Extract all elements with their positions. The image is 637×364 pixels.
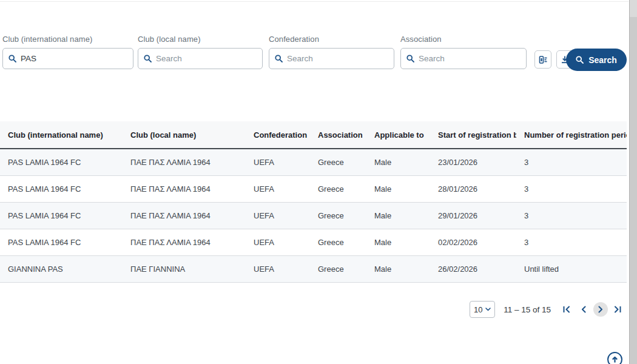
filter-label: Club (international name) <box>2 35 133 44</box>
col-club-international: Club (international name) <box>0 130 123 140</box>
cell-applicable-to: Male <box>366 184 430 194</box>
filter-association: Association <box>400 35 527 69</box>
top-divider <box>0 1 629 2</box>
cell-registration-periods: 3 <box>516 184 627 194</box>
scrollbar[interactable] <box>629 0 637 364</box>
back-to-top-button[interactable] <box>607 352 622 364</box>
first-page-icon <box>562 305 571 314</box>
confederation-search-box[interactable] <box>269 48 394 69</box>
arrow-up-icon <box>612 356 618 363</box>
cell-association: Greece <box>310 265 366 274</box>
filter-label: Confederation <box>269 35 394 44</box>
table-row[interactable]: PAS LAMIA 1964 FC ΠΑΕ ΠΑΣ ΛΑΜΙΑ 1964 UEF… <box>0 203 627 229</box>
club-international-search-box[interactable] <box>2 48 133 69</box>
col-confederation: Confederation <box>246 130 310 140</box>
cell-club-local: ΠΑΕ ΠΑΣ ΛΑΜΙΑ 1964 <box>123 211 246 220</box>
last-page-icon <box>613 305 622 314</box>
club-local-search-box[interactable] <box>138 48 263 69</box>
table-row[interactable]: PAS LAMIA 1964 FC ΠΑΕ ΠΑΣ ΛΑΜΙΑ 1964 UEF… <box>0 229 627 256</box>
cell-club-local: ΠΑΕ ΠΑΣ ΛΑΜΙΑ 1964 <box>123 238 246 247</box>
scrollbar-track-cap <box>630 0 637 17</box>
cell-ban-start: 02/02/2026 <box>430 238 516 247</box>
filter-club-local: Club (local name) <box>138 35 263 69</box>
search-icon <box>8 55 16 62</box>
search-icon <box>576 56 584 64</box>
cell-confederation: UEFA <box>246 211 310 220</box>
search-button-label: Search <box>588 55 617 65</box>
next-page-button[interactable] <box>593 302 608 317</box>
pager-controls <box>559 302 625 317</box>
cell-club-international: PAS LAMIA 1964 FC <box>0 211 123 220</box>
last-page-button[interactable] <box>610 302 625 317</box>
col-club-local: Club (local name) <box>123 130 246 140</box>
previous-page-button[interactable] <box>576 302 591 317</box>
cell-ban-start: 29/01/2026 <box>430 211 516 220</box>
chevron-left-icon <box>579 305 588 314</box>
results-table: Club (international name) Club (local na… <box>0 121 627 283</box>
page-size-value: 10 <box>474 305 482 314</box>
cell-applicable-to: Male <box>366 265 430 274</box>
column-preferences-icon <box>539 55 548 64</box>
table-row[interactable]: GIANNINA PAS ΠΑΕ ΓΙΑΝΝΙΝΑ UEFA Greece Ma… <box>0 256 627 283</box>
search-icon <box>275 55 283 62</box>
filter-label: Club (local name) <box>138 35 263 44</box>
cell-association: Greece <box>310 158 366 167</box>
col-association: Association <box>310 130 366 140</box>
club-international-input[interactable] <box>21 54 127 63</box>
cell-association: Greece <box>310 211 366 220</box>
table-header-row: Club (international name) Club (local na… <box>0 121 627 149</box>
cell-association: Greece <box>310 238 366 247</box>
filter-club-international: Club (international name) <box>2 35 133 69</box>
cell-club-international: PAS LAMIA 1964 FC <box>0 184 123 194</box>
table-row[interactable]: PAS LAMIA 1964 FC ΠΑΕ ΠΑΣ ΛΑΜΙΑ 1964 UEF… <box>0 149 627 176</box>
filter-confederation: Confederation <box>269 35 394 69</box>
page-size-select[interactable]: 10 <box>470 301 495 318</box>
col-applicable-to: Applicable to <box>366 130 430 140</box>
cell-applicable-to: Male <box>366 211 430 220</box>
cell-club-local: ΠΑΕ ΠΑΣ ΛΑΜΙΑ 1964 <box>123 158 246 167</box>
chevron-right-icon <box>596 305 605 314</box>
cell-club-international: PAS LAMIA 1964 FC <box>0 158 123 167</box>
cell-club-local: ΠΑΕ ΠΑΣ ΛΑΜΙΑ 1964 <box>123 184 246 194</box>
col-ban-start: Start of registration ban <box>430 130 516 140</box>
column-preferences-button[interactable] <box>534 50 551 69</box>
search-icon <box>406 55 414 62</box>
table-row[interactable]: PAS LAMIA 1964 FC ΠΑΕ ΠΑΣ ΛΑΜΙΑ 1964 UEF… <box>0 176 627 203</box>
cell-confederation: UEFA <box>246 238 310 247</box>
cell-association: Greece <box>310 184 366 194</box>
association-input[interactable] <box>419 54 521 63</box>
cell-club-international: GIANNINA PAS <box>0 265 123 274</box>
cell-registration-periods: Until lifted <box>516 265 627 274</box>
cell-registration-periods: 3 <box>516 238 627 247</box>
cell-ban-start: 26/02/2026 <box>430 265 516 274</box>
search-button[interactable]: Search <box>566 49 627 71</box>
cell-registration-periods: 3 <box>516 211 627 220</box>
cell-applicable-to: Male <box>366 158 430 167</box>
first-page-button[interactable] <box>559 302 574 317</box>
pagination: 10 11 – 15 of 15 <box>0 300 627 318</box>
chevron-down-icon <box>485 308 491 311</box>
confederation-input[interactable] <box>287 54 388 63</box>
cell-confederation: UEFA <box>246 265 310 274</box>
cell-applicable-to: Male <box>366 238 430 247</box>
cell-confederation: UEFA <box>246 184 310 194</box>
cell-confederation: UEFA <box>246 158 310 167</box>
filter-label: Association <box>400 35 527 44</box>
col-registration-periods: Number of registration periods <box>516 130 627 140</box>
cell-club-international: PAS LAMIA 1964 FC <box>0 238 123 247</box>
pagination-range: 11 – 15 of 15 <box>504 305 551 314</box>
search-icon <box>144 55 152 62</box>
cell-ban-start: 28/01/2026 <box>430 184 516 194</box>
cell-ban-start: 23/01/2026 <box>430 158 516 167</box>
association-search-box[interactable] <box>400 48 527 69</box>
cell-registration-periods: 3 <box>516 158 627 167</box>
cell-club-local: ΠΑΕ ΓΙΑΝΝΙΝΑ <box>123 265 246 274</box>
registration-ban-search-page: Club (international name) Club (local na… <box>0 0 637 364</box>
club-local-input[interactable] <box>156 54 257 63</box>
